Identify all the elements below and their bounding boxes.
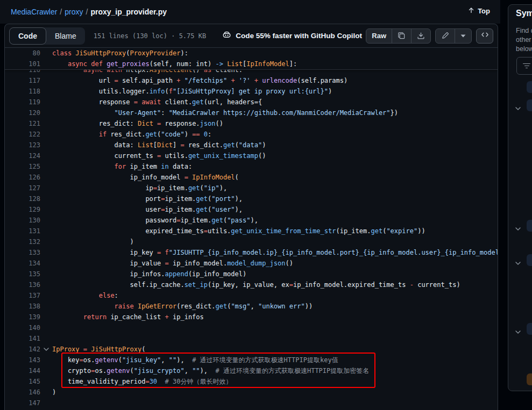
code-line: 141 xyxy=(5,333,498,344)
tab-blame[interactable]: Blame xyxy=(46,27,85,45)
breadcrumb-separator: / xyxy=(60,8,62,16)
symbols-panel-title: Symbols xyxy=(516,9,532,18)
gutter xyxy=(40,48,52,59)
code-text: response = await client.get(url, headers… xyxy=(52,97,262,107)
copy-button[interactable] xyxy=(392,29,411,43)
breadcrumb-bar: MediaCrawler/proxy/proxy_ip_provider.py xyxy=(0,0,500,24)
symbol-item[interactable] xyxy=(527,220,532,232)
line-number[interactable]: 124 xyxy=(5,150,40,161)
line-number[interactable]: 134 xyxy=(5,258,40,269)
chevron-down-icon[interactable] xyxy=(515,103,521,112)
code-line: 125 for ip_item in data: xyxy=(5,161,498,172)
code-line: 116 async with httpx.AsyncClient() as cl… xyxy=(5,70,498,75)
line-number[interactable]: 141 xyxy=(5,333,40,344)
symbol-item[interactable] xyxy=(527,99,532,111)
line-number[interactable]: 137 xyxy=(5,290,40,301)
code-line: 124 current_ts = utils.get_unix_timestam… xyxy=(5,150,498,161)
line-number[interactable]: 138 xyxy=(5,301,40,312)
line-number[interactable]: 139 xyxy=(5,312,40,322)
sticky-context-lines: 80class JiSuHttpProxy(ProxyProvider):101… xyxy=(5,48,498,70)
symbol-row xyxy=(508,220,532,232)
line-number[interactable]: 128 xyxy=(5,193,40,204)
gutter xyxy=(40,226,52,236)
file-info-text: 151 lines (130 loc) · 5.75 KB xyxy=(94,32,207,40)
copilot-icon xyxy=(222,31,231,41)
line-number[interactable]: 116 xyxy=(5,70,40,75)
line-number[interactable]: 146 xyxy=(5,387,40,398)
line-number[interactable]: 142 xyxy=(5,344,40,355)
line-number[interactable]: 121 xyxy=(5,118,40,129)
code-line: 146) xyxy=(5,387,498,398)
line-number[interactable]: 120 xyxy=(5,107,40,118)
code-scroll[interactable]: 116 async with httpx.AsyncClient() as cl… xyxy=(5,70,498,408)
breadcrumb-filename: proxy_ip_provider.py xyxy=(90,8,167,16)
code-text: async def get_proxies(self, num: int) ->… xyxy=(52,59,297,69)
line-number[interactable]: 145 xyxy=(5,376,40,387)
gutter xyxy=(40,290,52,301)
symbol-item[interactable] xyxy=(527,81,532,93)
gutter xyxy=(40,140,52,150)
line-number[interactable]: 144 xyxy=(5,365,40,376)
code-text: else: xyxy=(52,290,118,301)
line-number[interactable]: 126 xyxy=(5,172,40,183)
gutter xyxy=(40,322,52,333)
symbol-item[interactable] xyxy=(527,323,532,335)
gutter xyxy=(40,269,52,279)
symbol-item[interactable] xyxy=(527,254,532,266)
line-number[interactable]: 117 xyxy=(5,75,40,86)
line-number[interactable]: 118 xyxy=(5,86,40,97)
breadcrumb-repo-link[interactable]: MediaCrawler xyxy=(11,8,57,16)
back-to-top-link[interactable]: Top xyxy=(467,6,490,16)
line-number[interactable]: 147 xyxy=(5,398,40,408)
line-number[interactable]: 133 xyxy=(5,247,40,258)
raw-button[interactable]: Raw xyxy=(366,29,392,43)
line-number[interactable]: 122 xyxy=(5,129,40,140)
gutter xyxy=(40,150,52,161)
code-text: ) xyxy=(52,236,134,247)
line-number[interactable]: 143 xyxy=(5,355,40,365)
code-text: raise IpGetError(res_dict.get("msg", "un… xyxy=(52,301,313,312)
code-text: for ip_item in data: xyxy=(52,161,192,172)
gutter xyxy=(40,70,52,75)
edit-button[interactable] xyxy=(436,29,455,43)
line-number[interactable]: 127 xyxy=(5,183,40,193)
code-blame-switcher: Code Blame xyxy=(9,27,85,45)
line-number[interactable]: 130 xyxy=(5,215,40,226)
collapse-chevron-icon[interactable] xyxy=(40,344,52,355)
line-number[interactable]: 123 xyxy=(5,140,40,150)
gutter xyxy=(40,376,52,387)
chevron-down-icon[interactable] xyxy=(515,326,521,336)
code-line: 132 ) xyxy=(5,236,498,247)
code-line: 118 utils.logger.info(f"[JiSuHttpProxy] … xyxy=(5,86,498,97)
chevron-down-icon[interactable] xyxy=(515,223,521,233)
line-number[interactable]: 140 xyxy=(5,322,40,333)
line-number[interactable]: 135 xyxy=(5,269,40,279)
gutter xyxy=(40,279,52,290)
caret-down-icon xyxy=(460,34,466,38)
chevron-down-icon[interactable] xyxy=(515,257,521,267)
line-number[interactable]: 101 xyxy=(5,59,40,69)
code-line: 137 else: xyxy=(5,290,498,301)
code-line: 140 xyxy=(5,322,498,333)
line-number[interactable]: 125 xyxy=(5,161,40,172)
edit-dropdown-button[interactable] xyxy=(455,29,471,43)
code-text: ) xyxy=(52,387,56,398)
download-button[interactable] xyxy=(411,29,430,43)
code-line: 134 ip_value = ip_info_model.model_dump_… xyxy=(5,258,498,269)
code-text: utils.logger.info(f"[JiSuHttpProxy] get … xyxy=(52,86,332,97)
line-number[interactable]: 80 xyxy=(5,48,40,59)
tab-code[interactable]: Code xyxy=(9,27,46,45)
line-number[interactable]: 136 xyxy=(5,279,40,290)
gutter xyxy=(40,75,52,86)
line-number[interactable]: 131 xyxy=(5,226,40,236)
code-line: 119 response = await client.get(url, hea… xyxy=(5,97,498,107)
line-number[interactable]: 119 xyxy=(5,97,40,107)
breadcrumb-folder-link[interactable]: proxy xyxy=(65,8,83,16)
symbol-item[interactable] xyxy=(527,373,532,385)
line-number[interactable]: 129 xyxy=(5,204,40,215)
symbols-panel-toggle-button[interactable] xyxy=(476,28,493,44)
filter-symbols-input[interactable] xyxy=(516,57,532,75)
symbol-row xyxy=(508,254,532,266)
edit-group xyxy=(435,28,472,44)
line-number[interactable]: 132 xyxy=(5,236,40,247)
